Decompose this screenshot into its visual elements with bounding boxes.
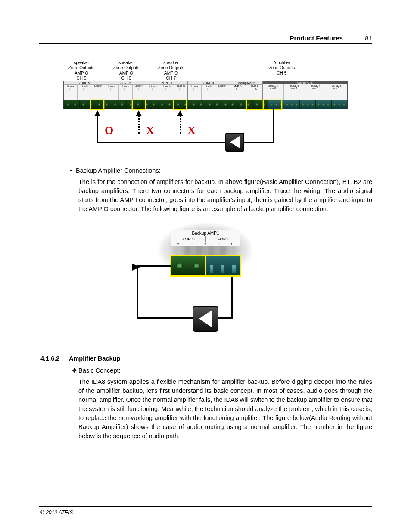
section-heading: 4.1.6.2 Amplifier Backup xyxy=(39,355,372,362)
wire-segment xyxy=(97,142,226,143)
zone-bar: ZONE 5 Line a+ − Line b+ − AMP O+ − ZONE… xyxy=(63,81,348,100)
figure-backup-amp1: Backup AMP1 AMP O AMP I + − + − G xyxy=(39,220,372,342)
amplifier-icon xyxy=(225,133,244,152)
fig1-label-amp-l1: Amplifier xyxy=(258,60,305,65)
amplifier-icon xyxy=(193,306,218,332)
wire-segment xyxy=(273,109,274,143)
section-title: Amplifier Backup xyxy=(69,355,120,362)
fig1-label-ch5-l2: Zone Outputs xyxy=(63,65,100,71)
wire-segment xyxy=(231,277,233,319)
header-title: Product Features xyxy=(290,34,342,42)
fig1-label-ch5-l3: AMP O xyxy=(63,71,100,76)
marker-x1: X xyxy=(146,124,154,137)
fig1-label-ch6-l1: speaker xyxy=(108,60,144,65)
figure-zone-outputs: speaker Zone Outputs AMP O CH 5 speaker … xyxy=(39,60,372,157)
zone8-title: ZONE 8 xyxy=(188,81,229,85)
fig2-ampi-terminal xyxy=(206,255,241,277)
section-number: 4.1.6.2 xyxy=(39,355,69,362)
fig2-ampo-label: AMP O xyxy=(171,236,206,242)
amp-inputs-title: AMP INPUTS xyxy=(263,81,347,84)
wire-segment xyxy=(218,317,233,319)
fig2-ampi-label: AMP I xyxy=(206,236,240,242)
marker-o: O xyxy=(105,124,113,137)
wire-segment xyxy=(244,142,274,143)
wire-segment xyxy=(137,317,180,319)
arrow-right-icon xyxy=(132,262,145,272)
fig2-connector-header: Backup AMP1 AMP O AMP I + − + − G xyxy=(171,230,240,246)
fig1-label-amp-l4: CH 5 xyxy=(258,71,305,76)
arrow-stem-dashed xyxy=(138,115,140,134)
svg-marker-0 xyxy=(132,264,140,271)
fig1-label-ch7-l2: Zone Outputs xyxy=(153,65,189,71)
footer-rule xyxy=(39,506,372,507)
fig1-label-ch6-l2: Zone Outputs xyxy=(108,65,144,71)
paragraph-backup-connection: The is for the connection of amplifiers … xyxy=(78,177,372,214)
footer-copyright: © 2012 ATEÏS xyxy=(40,510,73,516)
fig1-label-amp-l2: Zone Outputs xyxy=(258,65,305,71)
bullet-icon: • xyxy=(70,167,76,174)
bullet-basic-concept: Basic Concept: xyxy=(78,367,121,374)
arrow-stem xyxy=(97,115,98,134)
zone5-title: ZONE 5 xyxy=(64,81,105,85)
backup-amp2-title: BackupAMP2 xyxy=(229,81,262,85)
wire-segment xyxy=(179,317,193,319)
header-rule xyxy=(39,43,372,44)
terminal-strip xyxy=(63,100,348,109)
bullet-backup-amp-connections: Backup Amplifier Connections: xyxy=(76,167,161,174)
paragraph-basic-concept: The IDA8 system applies a flexible mecha… xyxy=(78,377,372,441)
header-page-number: 81 xyxy=(357,34,372,42)
fig2-title: Backup AMP1 xyxy=(171,230,240,236)
fig1-label-ch5-l4: CH 5 xyxy=(63,76,100,81)
fig1-label-ch6-l3: AMP O xyxy=(108,71,144,76)
wire-segment xyxy=(137,265,138,319)
fig1-label-ch7-l1: speaker xyxy=(153,60,189,65)
zone6-title: ZONE 6 xyxy=(105,81,146,85)
fig1-label-ch7-l4: CH 7 xyxy=(153,76,189,81)
zone7-title: ZONE 7 xyxy=(146,81,187,85)
arrow-stem-dashed xyxy=(180,115,181,134)
fig1-label-ch7-l3: AMP O xyxy=(153,71,189,76)
fig2-ampo-terminal xyxy=(170,255,206,277)
fig1-label-ch6-l4: CH 6 xyxy=(108,76,144,81)
diamond-bullet-icon: ❖ xyxy=(72,367,78,374)
fig1-label-ch5-l1: speaker xyxy=(63,60,100,65)
wire-segment xyxy=(165,265,171,267)
page-header: Product Features 81 xyxy=(290,34,372,42)
marker-x2: X xyxy=(187,124,196,137)
